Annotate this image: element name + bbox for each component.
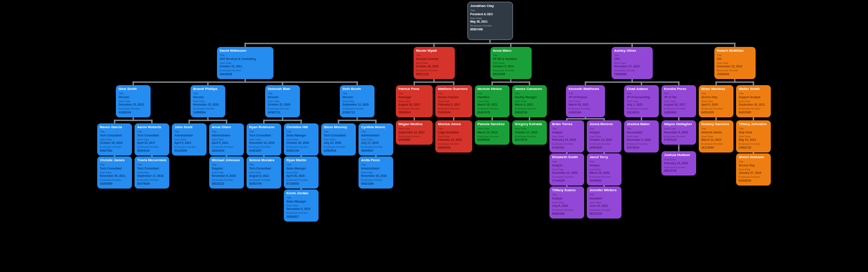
value-title: CFO	[614, 57, 650, 61]
org-node-stevem[interactable]: Steve MooneyTitleTech ConsultantStart Da…	[321, 123, 356, 156]
value-emp: 28813742	[664, 169, 694, 172]
org-node-brianm[interactable]: Brian MartinezTitleService RepStart Date…	[699, 85, 733, 117]
org-node-christie[interactable]: Christie JamesTitleTech ConsultantStart …	[97, 156, 132, 189]
value-emp: 28264124	[137, 149, 167, 153]
value-title: Facilities	[477, 96, 507, 99]
person-name: Chad Adams	[627, 87, 656, 91]
org-node-walters[interactable]: Walter SmithTitleSupport AnalystStart Da…	[736, 85, 771, 117]
label-title: Title	[493, 54, 529, 57]
value-title: Facility Manager	[515, 96, 544, 99]
org-node-kevinj[interactable]: Kevin JordanTitleSales ManagerStart Date…	[284, 189, 319, 222]
value-start: March 20, 2021	[569, 103, 602, 106]
value-title: Tech Consultant	[137, 134, 167, 137]
label-emp: Employee Number	[614, 69, 650, 73]
org-node-tiffanyj[interactable]: Tiffany JohnstonTitleHelp DeskStart Date…	[736, 120, 771, 153]
org-node-christineh[interactable]: Christine HillTitleSales ManagerStart Da…	[284, 123, 319, 156]
value-start: April 3, 2013	[174, 141, 204, 145]
org-node-brandi[interactable]: Brandi PhillipsTitleDirectorStart DateNo…	[191, 85, 225, 117]
person-name: Selena Morales	[249, 158, 279, 163]
label-emp: Employee Number	[438, 143, 470, 146]
value-emp: 41896344	[118, 111, 148, 114]
person-name: Kendra Perez	[664, 87, 694, 91]
org-node-ryanm[interactable]: Ryan MartinTitleSales ManagerStart DateA…	[284, 156, 319, 189]
person-name: Ryan Robinson	[249, 125, 279, 129]
org-node-rodneys[interactable]: Rodney SanchezTitleNetwork AdminStart Da…	[699, 120, 733, 153]
value-title: VP of Finance	[569, 96, 602, 99]
org-node-jaredt[interactable]: Jared TerryTitleAnalystStart DateMarch 2…	[587, 153, 621, 186]
org-node-wayneg[interactable]: Wayne GallagherStart DateNovember 6, 201…	[661, 120, 696, 145]
org-node-robertm[interactable]: Robert McMillanTitleCIOStart DateNovembe…	[714, 47, 756, 79]
label-title: Title	[212, 130, 241, 134]
org-node-jamesc[interactable]: James CamachoTitleFacility ManagerStart …	[512, 85, 547, 117]
org-node-annam[interactable]: Anna MannTitleVP HR & FacilitiesStart Da…	[490, 47, 532, 79]
org-node-meganm[interactable]: Megan MedinaStart DateSeptember 14, 2011…	[396, 120, 433, 145]
value-emp: 86511119	[416, 73, 452, 76]
org-node-jonathan[interactable]: Jonathan ClayTitlePresident & CEOStart D…	[467, 2, 513, 40]
value-emp: 84852193	[286, 149, 316, 153]
value-title: Service Rep	[701, 96, 731, 99]
value-start: August 8, 2012	[249, 174, 279, 178]
value-title: General Counsel	[416, 57, 452, 61]
org-node-david[interactable]: David WilkinsonTitleSVP Services & Consu…	[217, 47, 273, 79]
label-emp: Employee Number	[515, 135, 544, 139]
label-emp: Employee Number	[361, 146, 391, 149]
org-node-selena[interactable]: Selena MoralesTitleTech ConsultantStart …	[247, 156, 281, 189]
org-node-chada[interactable]: Chad AdamsTitleVP of AccountingStart Dat…	[624, 85, 659, 117]
value-title: CIO	[717, 57, 753, 61]
label-emp: Employee Number	[268, 107, 297, 111]
org-node-seth[interactable]: Seth BoothTitleDirectorStart DateSeptemb…	[340, 85, 375, 117]
org-node-aaron[interactable]: Aaron RobertsTitleTech ConsultantStart D…	[135, 123, 169, 156]
org-node-travis[interactable]: Travis MccormickTitleTech ConsultantStar…	[135, 156, 169, 189]
org-node-johns[interactable]: John ScottTitleAdministratorStart DateAp…	[172, 123, 207, 156]
org-node-deborah[interactable]: Deborah BlairTitleDirectorStart DateOcto…	[265, 85, 300, 117]
label-start: Start Date	[212, 138, 241, 142]
value-title: Director	[193, 96, 223, 99]
value-start: March 26, 2020	[589, 171, 619, 175]
label-emp: Employee Number	[515, 107, 544, 111]
label-start: Start Date	[664, 100, 694, 103]
org-node-ashley[interactable]: Ashley OliverTitleCFOStart DateDecember …	[612, 47, 653, 79]
org-node-kendrap[interactable]: Kendra PerezTitleVP of TaxStart DateAugu…	[661, 85, 696, 117]
value-start: March 14, 2012	[701, 138, 731, 142]
org-node-gregorye[interactable]: Gregory EstradaStart DateOctober 17, 201…	[512, 120, 547, 145]
label-emp: Employee Number	[416, 69, 452, 73]
org-node-matthewg[interactable]: Matthew GuerreroTitleSenior CounselStart…	[435, 85, 472, 117]
label-emp: Employee Number	[589, 143, 619, 146]
org-node-sherrij[interactable]: Sherri JohnsonTitleService RepStart Date…	[736, 153, 771, 186]
label-title: Title	[717, 54, 753, 57]
value-start: April 25, 2017	[137, 141, 167, 145]
value-emp: 19882726	[739, 146, 768, 149]
org-node-pamelas[interactable]: Pamela SanchezStart DateMarch 14, 2019Em…	[475, 120, 510, 145]
org-node-cynthiam[interactable]: Cynthia MooreTitleAdministratorStart Dat…	[358, 123, 393, 156]
org-node-tiffanys[interactable]: Tiffany SuarezTitleAnalystStart DateJuly…	[549, 186, 584, 219]
org-node-gina[interactable]: Gina SmithTitleDirectorStart DateDecembe…	[116, 85, 151, 117]
org-node-nicole[interactable]: Nicole WyattTitleGeneral CounselStart Da…	[414, 47, 455, 79]
value-emp: 84837665	[739, 111, 768, 114]
org-node-nicholeh[interactable]: Nichole HintonTitleFacilitiesStart DateM…	[475, 85, 510, 117]
label-title: Title	[212, 163, 241, 167]
org-node-michaelj[interactable]: Michael JohnsonTitleSupplierStart DateNo…	[209, 156, 244, 189]
label-title: Title	[286, 130, 316, 134]
person-name: Sherri Johnson	[739, 155, 768, 159]
org-node-joshuah[interactable]: Joshua HudsonStart DateFebruary 15, 2016…	[661, 151, 696, 176]
value-start: December 14, 2016	[249, 141, 279, 145]
value-start: October 13, 2020	[589, 138, 619, 142]
org-node-annao[interactable]: Anna OlsenTitleAdministratorStart DateAp…	[209, 123, 244, 156]
org-node-anitap[interactable]: Anita PerezTitleAdministratorStart DateN…	[358, 156, 393, 189]
label-title: Title	[193, 92, 223, 96]
org-node-elizabeths[interactable]: Elizabeth SmithTitleAnalystStart DateDec…	[549, 153, 584, 186]
org-node-patrickp[interactable]: Patrick PenaTitleParalegalStart DateAugu…	[396, 85, 433, 117]
org-node-jenniferw[interactable]: Jennifer WintersTitleAssistantStart Date…	[587, 186, 621, 219]
org-node-monicaj[interactable]: Monica JonesTitleLegal AssistantStart Da…	[435, 120, 472, 153]
org-node-kennethm[interactable]: Kenneth MatthewsTitleVP of FinanceStart …	[566, 85, 605, 117]
org-node-briant[interactable]: Brian TorresTitleAnalystStart DateFebrua…	[549, 120, 584, 153]
value-start: October 25, 2020	[268, 103, 297, 106]
value-emp: 53479639	[137, 182, 167, 186]
person-name: Christine Hill	[286, 125, 316, 129]
value-emp: 17144229	[552, 179, 582, 182]
org-node-raven[interactable]: Raven GarciaTitleTech ConsultantStart Da…	[97, 123, 132, 156]
org-node-ryanr[interactable]: Ryan RobinsonTitleTech ConsultantStart D…	[247, 123, 281, 156]
org-node-jessicab[interactable]: Jessica BakerTitleAccountantStart DateNo…	[624, 120, 659, 153]
label-emp: Employee Number	[477, 135, 507, 139]
org-node-jennam[interactable]: Jenna MorenoTitleAnalystStart DateOctobe…	[587, 120, 621, 153]
